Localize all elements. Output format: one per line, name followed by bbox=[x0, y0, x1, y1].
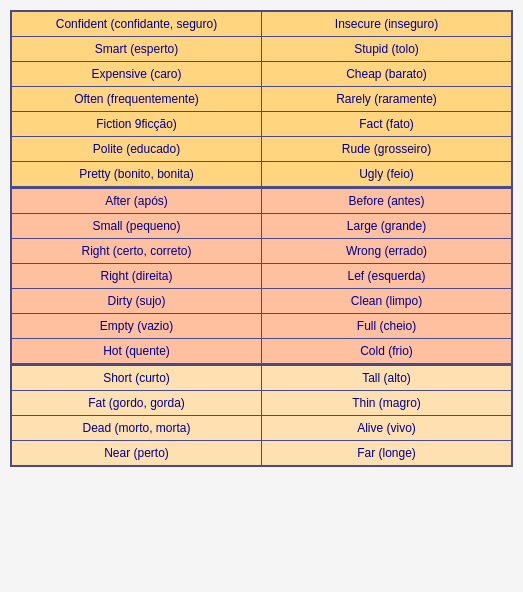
table-row: Smart (esperto)Stupid (tolo) bbox=[12, 37, 511, 62]
table-row: Right (direita)Lef (esquerda) bbox=[12, 264, 511, 289]
cell-right: Stupid (tolo) bbox=[262, 37, 511, 61]
cell-right: Far (longe) bbox=[262, 441, 511, 465]
cell-right: Lef (esquerda) bbox=[262, 264, 511, 288]
table-row: Right (certo, correto)Wrong (errado) bbox=[12, 239, 511, 264]
cell-left: Dirty (sujo) bbox=[12, 289, 262, 313]
cell-left: Confident (confidante, seguro) bbox=[12, 12, 262, 36]
table-row: Fiction 9ficção)Fact (fato) bbox=[12, 112, 511, 137]
table-row: Expensive (caro)Cheap (barato) bbox=[12, 62, 511, 87]
cell-left: Near (perto) bbox=[12, 441, 262, 465]
table-row: Pretty (bonito, bonita)Ugly (feio) bbox=[12, 162, 511, 186]
table-row: Small (pequeno)Large (grande) bbox=[12, 214, 511, 239]
cell-right: Full (cheio) bbox=[262, 314, 511, 338]
cell-left: Fiction 9ficção) bbox=[12, 112, 262, 136]
cell-left: Often (frequentemente) bbox=[12, 87, 262, 111]
cell-right: Ugly (feio) bbox=[262, 162, 511, 186]
table-row: Often (frequentemente)Rarely (raramente) bbox=[12, 87, 511, 112]
cell-right: Cold (frio) bbox=[262, 339, 511, 363]
cell-right: Tall (alto) bbox=[262, 366, 511, 390]
cell-right: Cheap (barato) bbox=[262, 62, 511, 86]
table-row: Fat (gordo, gorda)Thin (magro) bbox=[12, 391, 511, 416]
table-row: Hot (quente)Cold (frio) bbox=[12, 339, 511, 363]
cell-left: Fat (gordo, gorda) bbox=[12, 391, 262, 415]
table-row: Empty (vazio)Full (cheio) bbox=[12, 314, 511, 339]
cell-left: Polite (educado) bbox=[12, 137, 262, 161]
section-3: Short (curto)Tall (alto)Fat (gordo, gord… bbox=[12, 366, 511, 465]
table-row: Polite (educado)Rude (grosseiro) bbox=[12, 137, 511, 162]
table-row: Near (perto)Far (longe) bbox=[12, 441, 511, 465]
cell-right: Fact (fato) bbox=[262, 112, 511, 136]
table-row: Short (curto)Tall (alto) bbox=[12, 366, 511, 391]
cell-right: Clean (limpo) bbox=[262, 289, 511, 313]
table-row: Confident (confidante, seguro)Insecure (… bbox=[12, 12, 511, 37]
cell-right: Rarely (raramente) bbox=[262, 87, 511, 111]
table-row: After (após)Before (antes) bbox=[12, 189, 511, 214]
cell-right: Insecure (inseguro) bbox=[262, 12, 511, 36]
cell-left: Right (certo, correto) bbox=[12, 239, 262, 263]
cell-left: Dead (morto, morta) bbox=[12, 416, 262, 440]
cell-right: Wrong (errado) bbox=[262, 239, 511, 263]
cell-right: Thin (magro) bbox=[262, 391, 511, 415]
table-row: Dirty (sujo)Clean (limpo) bbox=[12, 289, 511, 314]
cell-right: Before (antes) bbox=[262, 189, 511, 213]
cell-left: Short (curto) bbox=[12, 366, 262, 390]
cell-left: Right (direita) bbox=[12, 264, 262, 288]
cell-left: Pretty (bonito, bonita) bbox=[12, 162, 262, 186]
cell-left: Empty (vazio) bbox=[12, 314, 262, 338]
cell-right: Large (grande) bbox=[262, 214, 511, 238]
cell-right: Alive (vivo) bbox=[262, 416, 511, 440]
cell-left: Small (pequeno) bbox=[12, 214, 262, 238]
cell-left: After (após) bbox=[12, 189, 262, 213]
cell-right: Rude (grosseiro) bbox=[262, 137, 511, 161]
section-1: Confident (confidante, seguro)Insecure (… bbox=[12, 12, 511, 186]
cell-left: Expensive (caro) bbox=[12, 62, 262, 86]
section-2: After (após)Before (antes)Small (pequeno… bbox=[12, 189, 511, 363]
cell-left: Hot (quente) bbox=[12, 339, 262, 363]
vocabulary-table: Confident (confidante, seguro)Insecure (… bbox=[10, 10, 513, 467]
cell-left: Smart (esperto) bbox=[12, 37, 262, 61]
table-row: Dead (morto, morta)Alive (vivo) bbox=[12, 416, 511, 441]
